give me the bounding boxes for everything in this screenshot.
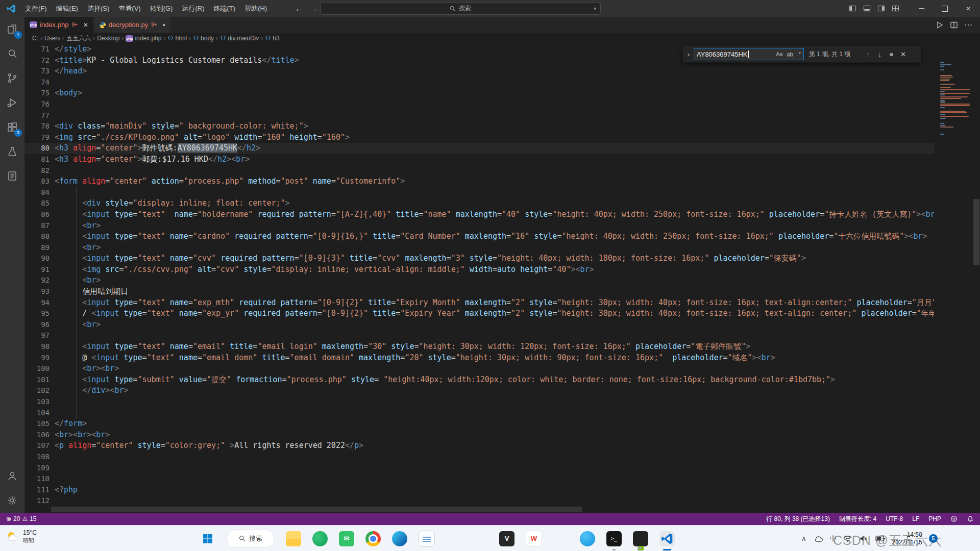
previous-match-icon[interactable]: ↑ <box>862 48 874 60</box>
maximize-button[interactable] <box>933 0 957 17</box>
find-in-selection-icon[interactable]: ≡ <box>886 48 897 60</box>
code-line-80[interactable]: 80<h3 align="center">郵件號碼:AY806369745HK<… <box>24 143 934 154</box>
code-line-99[interactable]: 99 @ <input type="text" name="email_domn… <box>24 353 934 364</box>
code-line-76[interactable]: 76 <box>24 99 934 110</box>
run-or-debug-icon[interactable] <box>933 18 946 32</box>
encoding-status[interactable]: UTF-8 <box>886 515 903 522</box>
start-button[interactable] <box>200 531 215 546</box>
next-match-icon[interactable]: ↓ <box>874 48 886 60</box>
code-line-88[interactable]: 88 <input type="text" name="cardno" requ… <box>24 231 934 242</box>
code-line-74[interactable]: 74 <box>24 77 934 88</box>
find-input[interactable]: AY806369745HK Aa ab .* <box>694 48 804 60</box>
taskbar-app-app-red[interactable] <box>446 531 461 546</box>
hidden-icons-chevron-icon[interactable]: ∧ <box>801 535 806 542</box>
close-find-icon[interactable]: ✕ <box>897 48 909 60</box>
breadcrumb-symbol-0[interactable]: html <box>167 35 187 42</box>
ime-indicator[interactable]: 中 <box>830 534 837 543</box>
breadcrumb-path-1[interactable]: Users <box>44 35 60 42</box>
code-line-77[interactable]: 77 <box>24 110 934 121</box>
code-line-92[interactable]: 92 <br> <box>24 275 934 286</box>
toggle-replace-icon[interactable]: › <box>685 51 692 58</box>
code-line-106[interactable]: 106<br><br><br> <box>24 430 934 441</box>
taskbar-app-file-explorer[interactable] <box>286 531 301 546</box>
breadcrumb-file[interactable]: phpindex.php <box>126 35 161 42</box>
code-line-79[interactable]: 79<img src="./css/KPlogo.png" alt="logo"… <box>24 132 934 143</box>
taskbar-app-edge[interactable] <box>392 531 407 546</box>
close-tab-icon[interactable]: ✕ <box>83 21 88 29</box>
toggle-secondary-sidebar-icon[interactable] <box>874 0 888 17</box>
taskbar-search[interactable]: 搜索 <box>227 530 275 548</box>
cursor-position[interactable]: 行 80, 列 38 (已选择13) <box>766 515 830 523</box>
vertical-scrollbar[interactable] <box>973 199 979 265</box>
activity-explorer-icon[interactable]: 1 <box>0 17 24 41</box>
code-line-107[interactable]: 107<p align="center" style="color:grey;"… <box>24 440 934 452</box>
code-line-97[interactable]: 97 <box>24 330 934 341</box>
breadcrumb-symbol-3[interactable]: h3 <box>265 35 279 42</box>
code-line-95[interactable]: 95 / <input type="text" name="exp_yr" re… <box>24 308 934 319</box>
breadcrumb[interactable]: C:›Users›五五六六›Desktop›phpindex.php›html›… <box>24 33 980 44</box>
menu-item-4[interactable]: 转到(G) <box>145 0 178 17</box>
menu-item-1[interactable]: 编辑(E) <box>52 0 83 17</box>
battery-icon[interactable] <box>875 535 886 542</box>
code-line-103[interactable]: 103 <box>24 396 934 408</box>
onedrive-cloud-icon[interactable] <box>813 535 823 543</box>
activity-account-icon[interactable] <box>0 464 24 488</box>
clock[interactable]: 14:50 2022/11/15 <box>892 531 922 546</box>
activity-settings-icon[interactable] <box>0 488 24 513</box>
code-line-75[interactable]: 75<body> <box>24 88 934 99</box>
problems-status[interactable]: ⊗ 20 ⚠ 15 <box>6 515 37 522</box>
code-line-81[interactable]: 81<h3 align="center">郵費:$17.16 HKD</h2><… <box>24 154 934 165</box>
taskbar-app-nvidia[interactable] <box>633 531 648 546</box>
code-line-73[interactable]: 73</head> <box>24 66 934 77</box>
volume-muted-icon[interactable] <box>859 535 869 542</box>
minimize-button[interactable] <box>910 0 933 17</box>
code-line-110[interactable]: 110 <box>24 473 934 485</box>
language-mode[interactable]: PHP <box>928 515 941 522</box>
eol-status[interactable]: LF <box>912 515 919 522</box>
taskbar-app-terminal[interactable]: >_ <box>606 531 622 546</box>
horizontal-scrollbar[interactable] <box>51 507 582 512</box>
code-line-93[interactable]: 93 信用咭到期日 <box>24 286 934 297</box>
command-center-search[interactable]: 搜索 ▾ <box>320 2 601 15</box>
taskbar-app-wps[interactable]: W <box>526 531 542 547</box>
code-line-105[interactable]: 105</form> <box>24 418 934 430</box>
code-line-104[interactable]: 104 <box>24 408 934 419</box>
menu-item-5[interactable]: 运行(R) <box>177 0 209 17</box>
code-line-112[interactable]: 112 <box>24 495 934 507</box>
code-line-96[interactable]: 96 <br> <box>24 319 934 331</box>
code-line-86[interactable]: 86 <input type="text" name="holdername" … <box>24 209 934 220</box>
code-line-78[interactable]: 78<div class="mainDiv" style=" backgroun… <box>24 121 934 132</box>
taskbar-app-chrome[interactable] <box>365 531 381 546</box>
activity-testing-icon[interactable] <box>0 139 24 164</box>
code-editor[interactable]: 71</style>72<title>KP - Global Logistics… <box>24 44 980 513</box>
breadcrumb-symbol-1[interactable]: body <box>193 35 214 42</box>
indentation-status[interactable]: 制表符长度: 4 <box>839 515 876 523</box>
breadcrumb-path-3[interactable]: Desktop <box>97 35 119 42</box>
menu-item-0[interactable]: 文件(F) <box>20 0 52 17</box>
activity-source-control-icon[interactable] <box>0 66 24 90</box>
taskbar-app-vscode[interactable] <box>659 531 675 546</box>
taskbar-app-player-v[interactable]: V <box>499 531 514 546</box>
breadcrumb-path-0[interactable]: C: <box>32 35 38 42</box>
code-line-98[interactable]: 98 <input type="text" name="email" title… <box>24 341 934 353</box>
code-line-100[interactable]: 100 <br><br> <box>24 363 934 374</box>
code-line-85[interactable]: 85 <div style="display: inline; float: c… <box>24 198 934 209</box>
menu-item-2[interactable]: 选择(S) <box>83 0 114 17</box>
tab-decryption-py[interactable]: decryption.py 9+ ● <box>93 17 170 33</box>
taskbar-app-browser-green[interactable] <box>312 531 328 546</box>
notifications-bell-icon[interactable] <box>967 515 974 522</box>
toggle-primary-sidebar-icon[interactable] <box>845 0 860 17</box>
weather-widget[interactable]: 15°C 晴朗 <box>5 529 37 544</box>
activity-references-icon[interactable] <box>0 164 24 188</box>
notification-count-badge[interactable]: 5 <box>929 534 938 543</box>
code-line-108[interactable]: 108 <box>24 452 934 463</box>
taskbar-app-notes[interactable] <box>419 531 435 547</box>
toggle-panel-icon[interactable] <box>860 0 874 17</box>
menu-item-6[interactable]: 终端(T) <box>209 0 240 17</box>
modified-dot-icon[interactable]: ● <box>163 22 165 28</box>
code-line-87[interactable]: 87 <br> <box>24 220 934 232</box>
code-line-84[interactable]: 84 <box>24 187 934 198</box>
code-line-91[interactable]: 91 <img src="./css/cvv.png" alt="cvv" st… <box>24 264 934 276</box>
code-line-101[interactable]: 101 <input type="submit" value="提交" form… <box>24 374 934 386</box>
regex-icon[interactable]: .* <box>797 51 801 57</box>
